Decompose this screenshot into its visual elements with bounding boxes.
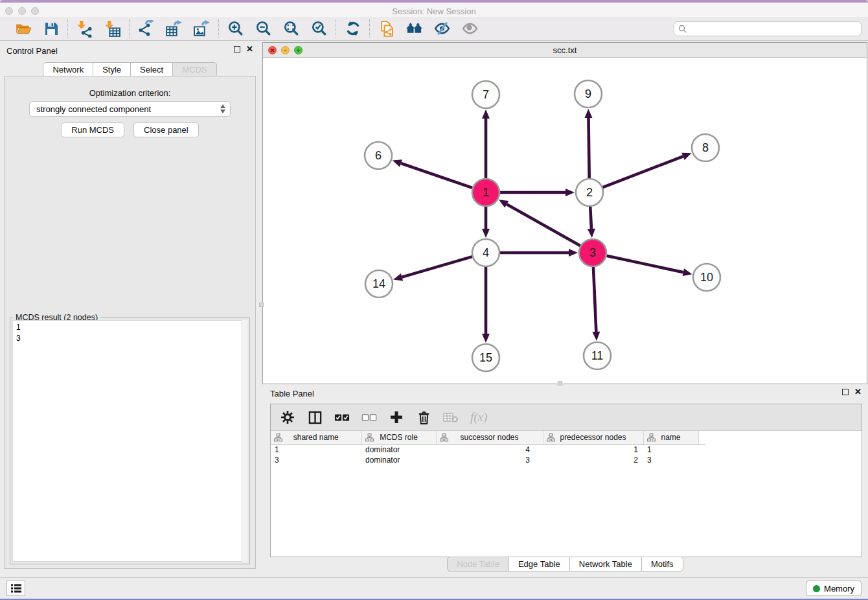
table-cell[interactable]: 3	[643, 455, 698, 465]
table-panel: Table Panel ✕	[262, 386, 868, 577]
mcds-result-group: MCDS result (2 nodes) 13	[10, 317, 250, 564]
table-cell[interactable]: 2	[543, 455, 643, 465]
deselect-all-icon[interactable]	[361, 410, 377, 425]
column-header-name[interactable]: name	[643, 431, 698, 444]
titlebar: Session: New Session	[0, 3, 868, 17]
mcds-result-scrollbar[interactable]	[242, 320, 247, 562]
edge-4-14[interactable]	[402, 257, 472, 277]
optimization-criterion-select[interactable]: strongly connected component	[29, 101, 231, 117]
tab-mcds[interactable]: MCDS	[173, 62, 216, 77]
edge-1-6[interactable]	[401, 163, 472, 188]
tab-motifs[interactable]: Motifs	[642, 557, 683, 571]
table-settings-icon[interactable]	[280, 410, 295, 425]
tab-network-table[interactable]: Network Table	[570, 557, 642, 571]
table-row[interactable]: 3dominator323	[271, 455, 706, 465]
list-icon	[10, 583, 22, 594]
refresh-layout-icon[interactable]	[344, 20, 361, 38]
import-network-icon[interactable]	[76, 20, 93, 38]
select-all-icon[interactable]	[334, 410, 350, 425]
network-canvas[interactable]: 7968124314101511	[263, 58, 867, 384]
column-header-MCDS-role[interactable]: MCDS role	[361, 431, 436, 444]
tab-style[interactable]: Style	[93, 62, 131, 77]
graph-node-label: 15	[479, 351, 492, 364]
table-cell[interactable]: dominator	[361, 444, 436, 455]
table-cell[interactable]: 3	[436, 455, 543, 465]
tab-network[interactable]: Network	[43, 62, 93, 77]
close-panel-button[interactable]: Close panel	[133, 122, 199, 137]
tab-select[interactable]: Select	[131, 62, 173, 77]
table-row[interactable]: 1dominator411	[271, 444, 706, 455]
column-header-successor-nodes[interactable]: successor nodes	[436, 431, 543, 444]
graph-node-label: 11	[591, 349, 604, 362]
export-network-icon[interactable]	[137, 20, 155, 38]
table-cell[interactable]: 1	[543, 444, 643, 455]
window-title: Session: New Session	[0, 5, 868, 18]
close-table-panel-icon[interactable]: ✕	[854, 389, 862, 395]
graph-node-label: 6	[375, 149, 382, 162]
hide-graphics-details-icon[interactable]	[433, 20, 451, 38]
table-cell[interactable]: 3	[271, 455, 361, 465]
vertical-splitter-grip[interactable]	[259, 303, 264, 307]
table-cell[interactable]: dominator	[361, 455, 436, 465]
control-panel-tabs: NetworkStyleSelectMCDS	[0, 62, 260, 77]
add-column-icon[interactable]	[389, 410, 404, 425]
control-panel-title: Control Panel	[6, 46, 58, 56]
control-panel: Control Panel ✕ NetworkStyleSelectMCDS O…	[0, 41, 260, 577]
graph-node-label: 1	[483, 186, 489, 199]
mcds-result-line: 3	[16, 333, 244, 344]
graph-node-label: 2	[586, 186, 593, 199]
tab-edge-table[interactable]: Edge Table	[509, 557, 570, 571]
mcds-tab-content: Optimization criterion: strongly connect…	[4, 76, 256, 569]
import-table-icon[interactable]	[104, 20, 121, 38]
delete-column-icon[interactable]	[416, 410, 431, 425]
zoom-out-icon[interactable]	[255, 20, 272, 38]
edge-3-11[interactable]	[593, 267, 596, 332]
run-mcds-button[interactable]: Run MCDS	[61, 122, 124, 137]
optimization-criterion-label: Optimization criterion:	[5, 88, 255, 98]
search-input[interactable]	[674, 21, 862, 36]
edge-2-9[interactable]	[588, 118, 589, 178]
edge-2-3[interactable]	[590, 207, 591, 229]
close-panel-icon[interactable]: ✕	[246, 46, 253, 52]
table-cell[interactable]: 1	[643, 444, 698, 455]
network-window-title: scc.txt	[263, 43, 867, 58]
network-window-titlebar: scc.txt ✕ − +	[263, 43, 867, 58]
graph-node-label: 7	[483, 88, 489, 101]
node-table: shared nameMCDS rolesuccessor nodesprede…	[271, 431, 706, 465]
show-column-icon[interactable]	[307, 410, 323, 425]
open-session-icon[interactable]	[14, 20, 32, 38]
column-header-filler	[698, 431, 706, 444]
home-layout-icon[interactable]	[405, 20, 423, 38]
table-cell[interactable]: 4	[436, 444, 543, 455]
column-header-predecessor-nodes[interactable]: predecessor nodes	[543, 431, 643, 444]
memory-button[interactable]: Memory	[806, 581, 862, 596]
zoom-fit-icon[interactable]	[282, 20, 300, 38]
tab-node-table[interactable]: Node Table	[447, 557, 509, 571]
edge-2-8[interactable]	[603, 156, 683, 187]
export-image-icon[interactable]	[193, 20, 211, 38]
mcds-result-line: 1	[16, 322, 244, 333]
horizontal-splitter-grip[interactable]	[558, 381, 562, 386]
save-session-icon[interactable]	[42, 20, 60, 38]
float-table-panel-icon[interactable]	[842, 389, 849, 395]
mcds-result-text[interactable]: 13	[12, 320, 247, 562]
network-minimize-icon[interactable]: −	[281, 46, 290, 54]
export-table-icon[interactable]	[165, 20, 183, 38]
graph-node-label: 10	[700, 271, 713, 284]
network-maximize-icon[interactable]: +	[294, 46, 303, 54]
graph-node-label: 9	[585, 87, 591, 100]
status-bar: Memory	[0, 577, 868, 599]
zoom-in-icon[interactable]	[227, 20, 244, 38]
show-graphics-details-icon[interactable]	[461, 20, 479, 38]
task-history-button[interactable]	[6, 581, 25, 596]
network-close-icon[interactable]: ✕	[268, 46, 277, 54]
zoom-selected-icon[interactable]	[310, 20, 328, 38]
clone-network-icon[interactable]	[378, 20, 395, 38]
edge-3-10[interactable]	[607, 256, 683, 273]
table-cell[interactable]: 1	[271, 444, 361, 455]
edge-3-1[interactable]	[507, 204, 580, 246]
column-header-shared-name[interactable]: shared name	[271, 431, 361, 444]
float-panel-icon[interactable]	[234, 46, 240, 52]
network-view-window: scc.txt ✕ − + 7968124314101511	[262, 42, 867, 384]
graph-node-label: 8	[702, 141, 709, 154]
